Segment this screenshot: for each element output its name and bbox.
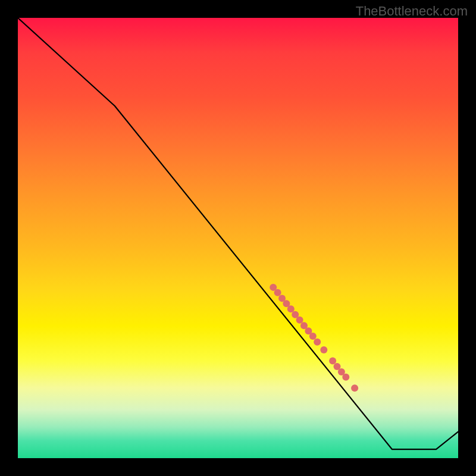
highlight-point bbox=[309, 333, 317, 340]
chart-overlay bbox=[18, 18, 458, 458]
highlight-point bbox=[287, 305, 295, 312]
highlight-point bbox=[314, 339, 321, 346]
highlight-point bbox=[296, 317, 303, 324]
watermark-text: TheBottleneck.com bbox=[356, 4, 468, 19]
highlight-point bbox=[351, 384, 358, 392]
highlight-point bbox=[274, 289, 281, 296]
highlight-points bbox=[270, 284, 358, 392]
highlight-point bbox=[320, 346, 327, 353]
line-series bbox=[18, 18, 458, 449]
plot-area bbox=[18, 18, 458, 458]
highlight-point bbox=[342, 374, 349, 381]
highlight-point bbox=[329, 357, 336, 364]
